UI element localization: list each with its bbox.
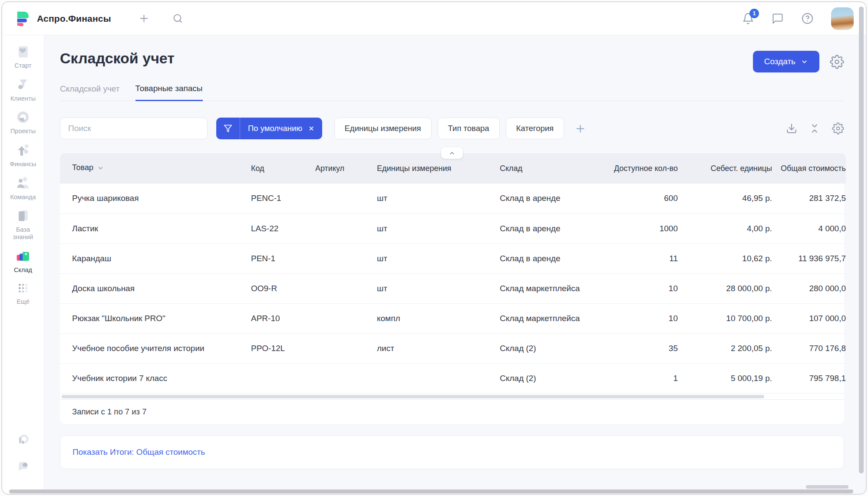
sort-chevron-icon <box>97 164 104 173</box>
filter-units-button[interactable]: Единицы измерения <box>334 118 432 139</box>
tab-inventory[interactable]: Товарные запасы <box>135 84 203 101</box>
main-content: Складской учет Создать Складской учет То… <box>44 35 866 494</box>
table-cell: APR-10 <box>251 303 315 333</box>
search-input[interactable] <box>60 118 208 139</box>
remove-filter-icon[interactable]: ✕ <box>308 125 322 133</box>
sidebar-item-start[interactable]: Старт <box>2 44 44 69</box>
sidebar-item-more[interactable]: Ещё <box>2 281 44 305</box>
table-hscroll-track <box>60 394 844 399</box>
table-cell <box>315 303 377 333</box>
table-row[interactable]: Учебник истории 7 классСклад (2)15 000,1… <box>60 363 846 393</box>
sidebar-item-warehouse[interactable]: Склад <box>2 248 44 274</box>
sidebar-item-clients[interactable]: Клиенты <box>2 77 44 102</box>
table-cell: 795 798,1 <box>772 363 846 393</box>
table-cell: шт <box>377 184 500 214</box>
notifications-bell-icon[interactable]: 1 <box>742 13 754 25</box>
chat-icon[interactable] <box>772 13 784 25</box>
notification-badge: 1 <box>749 9 759 18</box>
column-header-available-qty[interactable]: Доступное кол-во <box>609 153 678 184</box>
aspro-logo-icon <box>14 10 31 27</box>
table-row[interactable]: ЛастикLAS-22штСклад в аренде10004,00 р.4… <box>60 214 846 243</box>
table-cell: Склад в аренде <box>500 184 609 214</box>
table-cell: Рюкзак "Школьник PRO" <box>60 303 251 333</box>
column-header-total-cost[interactable]: Общая стоимость <box>772 153 846 184</box>
table-cell: LAS-22 <box>251 214 315 243</box>
head-actions: Создать <box>753 51 844 72</box>
window-horizontal-scrollbar[interactable] <box>9 489 853 493</box>
table-cell: 1000 <box>609 214 678 243</box>
column-header-warehouse[interactable]: Склад <box>500 153 609 184</box>
collapse-table-pill[interactable] <box>441 147 463 159</box>
table-cell: Склад (2) <box>500 333 609 363</box>
content-horizontal-scrollbar-thumb[interactable] <box>806 485 848 489</box>
table-cell: Склад в аренде <box>500 243 609 273</box>
start-icon <box>15 44 31 59</box>
table-row[interactable]: Учебное пособие учителя историиPPO-12Lли… <box>60 333 846 363</box>
table-row[interactable]: Доска школьнаяOO9-RштСклад маркетплейса1… <box>60 273 846 303</box>
quick-add-button[interactable] <box>138 13 150 24</box>
column-header-units[interactable]: Единицы измерения <box>377 153 500 184</box>
sidebar-item-knowledge-base[interactable]: База знаний <box>2 208 44 240</box>
team-icon <box>15 175 31 191</box>
knowledge-base-icon <box>15 208 31 223</box>
export-download-icon[interactable] <box>786 123 797 134</box>
filter-funnel-icon <box>216 124 240 133</box>
collapse-rows-icon[interactable] <box>809 123 820 134</box>
table-cell <box>251 363 315 393</box>
table-cell: PEN-1 <box>251 243 315 273</box>
table-cell: лист <box>377 333 500 363</box>
sidebar-item-team[interactable]: Команда <box>2 175 44 201</box>
column-header-code[interactable]: Код <box>251 153 315 184</box>
table-cell: 107 000,0 <box>772 303 846 333</box>
user-avatar[interactable] <box>831 7 854 30</box>
column-header-sku[interactable]: Артикул <box>315 153 377 184</box>
filter-product-type-button[interactable]: Тип товара <box>438 118 500 139</box>
table-cell: Доска школьная <box>60 273 251 303</box>
table-cell: 4,00 р. <box>678 214 772 243</box>
table-cell: шт <box>377 243 500 273</box>
table-cell: 35 <box>609 333 678 363</box>
topbar: Аспро.Финансы 1 <box>2 2 866 35</box>
table-cell: Ручка шариковая <box>60 184 251 214</box>
filter-category-button[interactable]: Категория <box>506 118 564 139</box>
sidebar-bottom <box>16 433 30 494</box>
tab-warehouse-accounting[interactable]: Складской учет <box>60 84 120 101</box>
active-filter-chip[interactable]: По умолчанию ✕ <box>216 118 322 139</box>
partner-program-icon[interactable] <box>16 433 30 447</box>
table-row[interactable]: Ручка шариковаяPENC-1штСклад в аренде600… <box>60 184 846 214</box>
help-icon[interactable] <box>801 12 814 25</box>
totals-card: Показать Итоги: Общая стоимость <box>60 435 844 469</box>
table-cell: 4 000,0 <box>772 214 846 243</box>
table-row[interactable]: КарандашPEN-1штСклад в аренде1110,62 р.1… <box>60 243 846 273</box>
sidebar-item-finance[interactable]: Финансы <box>2 142 44 168</box>
table-row[interactable]: Рюкзак "Школьник PRO"APR-10комплСклад ма… <box>60 303 846 333</box>
table-cell: Склад маркетплейса <box>500 273 609 303</box>
vertical-scrollbar-thumb[interactable] <box>859 7 864 473</box>
active-filter-label: По умолчанию <box>240 124 308 133</box>
app-window: Аспро.Финансы 1 Старт <box>1 1 867 495</box>
column-header-product[interactable]: Товар <box>60 153 251 184</box>
projects-icon <box>15 109 31 125</box>
table-settings-gear-icon[interactable] <box>832 122 844 135</box>
show-totals-link[interactable]: Показать Итоги: Общая стоимость <box>73 447 205 457</box>
filter-bar: По умолчанию ✕ Единицы измерения Тип тов… <box>60 118 844 139</box>
table-hscroll-thumb[interactable] <box>62 395 764 398</box>
add-filter-icon[interactable] <box>574 123 586 135</box>
table-cell <box>315 243 377 273</box>
create-button[interactable]: Создать <box>753 51 819 72</box>
column-header-unit-cost[interactable]: Себест. единицы <box>678 153 772 184</box>
table-cell: 280 000,0 <box>772 273 846 303</box>
page-settings-gear-icon[interactable] <box>830 55 844 69</box>
table-cell: Склад (2) <box>500 363 609 393</box>
table-cell <box>315 333 377 363</box>
table-cell: PPO-12L <box>251 333 315 363</box>
topbar-right: 1 <box>742 7 854 30</box>
global-search-button[interactable] <box>172 13 183 24</box>
sidebar: Старт Клиенты Проекты Финансы Команда Ба… <box>2 35 44 494</box>
inventory-table: Товар Код Артикул Единицы измерения Скла… <box>60 153 846 394</box>
sidebar-item-projects[interactable]: Проекты <box>2 109 44 135</box>
table-cell: шт <box>377 273 500 303</box>
clients-icon <box>15 77 31 92</box>
feedback-chat-icon[interactable] <box>16 460 30 474</box>
chevron-down-icon <box>801 58 808 66</box>
